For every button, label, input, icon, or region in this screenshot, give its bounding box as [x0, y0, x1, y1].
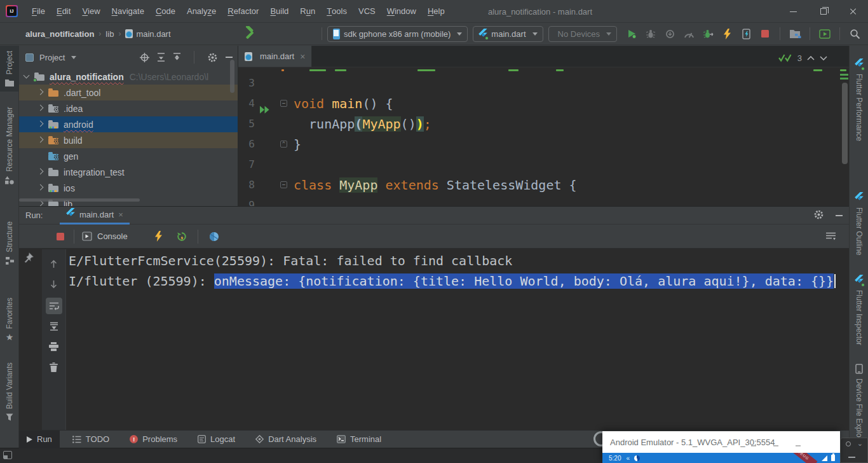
build-hammer-button[interactable] — [243, 26, 257, 43]
run-tab-main-dart[interactable]: main.dart × — [60, 207, 130, 225]
menu-window[interactable]: Window — [381, 0, 422, 23]
project-structure-button[interactable] — [785, 24, 804, 43]
hot-reload-button[interactable] — [717, 24, 736, 43]
device-manager-button[interactable] — [815, 24, 834, 43]
chevron-expanded-icon[interactable] — [24, 73, 30, 79]
close-tab-icon[interactable]: × — [118, 210, 123, 219]
chevron-collapsed-icon[interactable] — [37, 137, 44, 143]
console-output[interactable]: E/FlutterFcmService(25599): Fatal: faile… — [69, 251, 846, 291]
stripe-item-flutter-outline[interactable]: Flutter Outline — [850, 187, 868, 260]
menu-analyze[interactable]: Analyze — [181, 0, 222, 23]
hot-restart-button[interactable] — [172, 227, 191, 246]
run-button[interactable] — [622, 24, 641, 43]
chevron-collapsed-icon[interactable] — [37, 184, 44, 191]
fold-close-icon[interactable]: ⌃ — [280, 141, 287, 148]
tree-row-alura_notification[interactable]: alura_notificationC:\Users\Leonardo\l — [19, 69, 238, 85]
toolwindow-button-terminal[interactable]: Terminal — [329, 431, 389, 448]
toolwindow-button-problems[interactable]: !Problems — [122, 431, 185, 448]
print-button[interactable] — [46, 338, 62, 355]
tree-vertical-scrollbar[interactable] — [230, 60, 234, 93]
breadcrumb-lib[interactable]: lib — [105, 29, 114, 39]
toolwindow-button-dart-analysis[interactable]: Dart Analysis — [248, 431, 324, 448]
minimize-button[interactable] — [778, 0, 808, 23]
chevron-up-icon[interactable] — [807, 56, 815, 60]
console-tab[interactable]: Console — [78, 225, 132, 248]
tree-horizontal-scrollbar[interactable] — [19, 198, 140, 202]
expand-all-button[interactable] — [157, 53, 165, 62]
editor-scrollbar[interactable] — [842, 83, 848, 164]
project-panel-title[interactable]: Project — [39, 53, 65, 62]
emulator-side-toolbar[interactable]: ⌄ — [840, 438, 868, 463]
stripe-item-flutter-inspector[interactable]: Flutter Inspector — [850, 270, 868, 350]
target-selector-dropdown[interactable]: No Devices — [548, 26, 617, 42]
profiler-button[interactable] — [679, 24, 698, 43]
menu-help[interactable]: Help — [422, 0, 451, 23]
menu-code[interactable]: Code — [150, 0, 181, 23]
tree-row-ios[interactable]: ios — [19, 180, 238, 196]
console-options-button[interactable] — [821, 227, 840, 246]
select-opened-file-button[interactable] — [140, 53, 149, 62]
close-button[interactable] — [838, 0, 868, 23]
chevron-down-icon[interactable] — [820, 56, 827, 60]
hide-panel-icon[interactable] — [836, 215, 843, 216]
hot-restart-button[interactable] — [736, 24, 756, 43]
chevron-collapsed-icon[interactable] — [37, 121, 44, 127]
chevron-down-icon[interactable] — [71, 56, 76, 59]
tool-window-dock-icon[interactable] — [3, 451, 12, 459]
stripe-item-flutter-performance[interactable]: Flutter Performance — [850, 53, 868, 146]
editor-tab-main-dart[interactable]: main.dart × — [238, 46, 312, 67]
tree-row-integration_test[interactable]: integration_test — [19, 164, 238, 180]
scroll-up-button[interactable] — [46, 256, 62, 272]
menu-build[interactable]: Build — [264, 0, 294, 23]
settings-button[interactable] — [207, 52, 218, 63]
collapse-all-button[interactable] — [173, 53, 181, 62]
hide-panel-icon[interactable] — [226, 57, 233, 58]
settings-gear-icon[interactable] — [813, 209, 824, 222]
breadcrumb-file[interactable]: main.dart — [136, 29, 170, 39]
menu-run[interactable]: Run — [294, 0, 321, 23]
device-selector-dropdown[interactable]: sdk gphone x86 arm (mobile) — [327, 26, 468, 42]
flutter-attach-button[interactable] — [698, 24, 717, 43]
search-everywhere-button[interactable] — [845, 24, 864, 43]
menu-refactor[interactable]: Refactor — [222, 0, 264, 23]
run-config-dropdown[interactable]: main.dart — [473, 26, 543, 42]
fold-open-icon[interactable]: − — [280, 181, 287, 188]
stripe-item-project[interactable]: Project — [0, 46, 19, 92]
menu-view[interactable]: View — [76, 0, 105, 23]
stripe-item-structure[interactable]: Structure — [0, 216, 19, 270]
menu-navigate[interactable]: Navigate — [106, 0, 150, 23]
debug-button[interactable] — [641, 24, 660, 43]
chevron-collapsed-icon[interactable] — [37, 89, 44, 95]
open-devtools-button[interactable] — [205, 227, 224, 246]
soft-wrap-button[interactable] — [46, 298, 62, 314]
chevron-collapsed-icon[interactable] — [37, 169, 44, 175]
scroll-down-button[interactable] — [46, 276, 62, 293]
menu-file[interactable]: File — [26, 0, 51, 23]
menu-edit[interactable]: Edit — [51, 0, 76, 23]
stripe-item-build-variants[interactable]: Build Variants — [0, 357, 19, 426]
tree-row-build[interactable]: build — [19, 132, 238, 148]
inspections-widget[interactable]: 3 — [778, 53, 827, 63]
toolwindow-button-todo[interactable]: TODO — [65, 431, 117, 448]
toolwindow-button-logcat[interactable]: Logcat — [190, 431, 243, 448]
emulator-title-bar[interactable]: Android Emulator - 5.1_WVGA_API_30:5554 — [602, 431, 840, 453]
code-editor[interactable]: 34−void main() {5 runApp(MyApp());6⌃}78−… — [238, 68, 849, 206]
fold-open-icon[interactable]: − — [280, 100, 287, 107]
toolwindow-button-run[interactable]: Run — [19, 431, 60, 448]
stop-button[interactable] — [756, 24, 775, 43]
close-tab-icon[interactable]: × — [300, 52, 305, 62]
clear-button[interactable] — [46, 359, 62, 375]
scroll-to-end-button[interactable] — [46, 318, 62, 335]
breadcrumb-project[interactable]: alura_notification — [25, 29, 94, 39]
stripe-item-resource-manager[interactable]: Resource Manager — [0, 102, 19, 190]
tree-row-gen[interactable]: gen — [19, 148, 238, 164]
android-emulator-window[interactable]: Android Emulator - 5.1_WVGA_API_30:5554 … — [602, 431, 840, 463]
menu-vcs[interactable]: VCS — [353, 0, 381, 23]
tree-row-dart_tool[interactable]: .dart_tool — [19, 85, 238, 100]
attach-debugger-button[interactable] — [660, 24, 679, 43]
tree-row-idea[interactable]: .idea — [19, 100, 238, 116]
stripe-item-favorites[interactable]: Favorites★ — [0, 293, 19, 346]
menu-tools[interactable]: Tools — [321, 0, 353, 23]
stop-button[interactable] — [51, 227, 70, 246]
tree-row-android[interactable]: android — [19, 116, 238, 132]
